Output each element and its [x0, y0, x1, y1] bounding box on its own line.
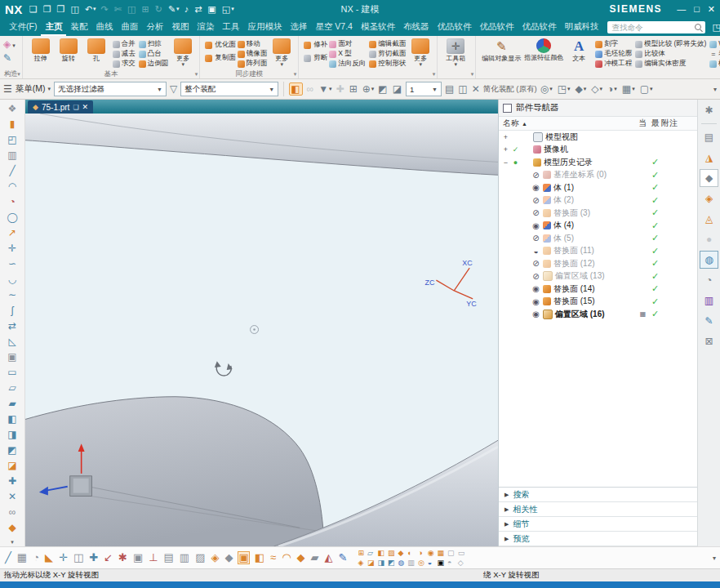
navigator-section-header[interactable]: ▶ 搜索 [499, 488, 697, 502]
ribbon-small-button[interactable]: 法向反向 [329, 59, 366, 69]
bottom-grid-icon[interactable]: ▦ [438, 548, 445, 558]
bottom-grid-icon[interactable]: ◎ [418, 558, 424, 568]
tab-close-icon[interactable]: ✕ [82, 103, 89, 111]
selection-tool-icon[interactable]: ◧ [289, 82, 302, 96]
ribbon-wide-button[interactable]: 优化面 [205, 40, 236, 50]
left-tool-icon[interactable]: ◡ [8, 271, 16, 287]
menu-tab[interactable]: 主页 [41, 19, 66, 36]
ribbon-small-button[interactable]: 编辑实体密度 [635, 59, 706, 69]
ribbon-big-button[interactable]: ✛ 工具箱 ▾ [442, 38, 469, 67]
ribbon-small-button[interactable]: 凸台 [139, 49, 169, 59]
left-tool-icon[interactable]: ▭ [7, 364, 16, 380]
navigator-row[interactable]: ⊘ 偏置区域 (13) ✓ [499, 270, 697, 283]
ribbon-group-label[interactable]: 构造 [0, 69, 22, 78]
navigator-row[interactable]: ⊘ 体 (2) ✓ [499, 194, 697, 207]
selection-tool-icon[interactable]: ⊞ [349, 82, 358, 96]
bottom-tool-icon[interactable]: ◆ [296, 551, 306, 564]
resource-tab-icon[interactable]: ▥ [700, 292, 718, 310]
bottom-tool-icon[interactable]: ◔ [32, 551, 40, 564]
tab-window-icon[interactable]: ❏ [73, 104, 78, 111]
bottom-tool-icon[interactable]: ▣ [238, 551, 249, 564]
left-tool-icon[interactable]: ◆ [8, 519, 16, 535]
ribbon-big-button[interactable]: 拉伸 [27, 38, 55, 62]
window-control-button[interactable]: ✕ [708, 4, 715, 15]
bottom-grid-icon[interactable]: ◒ [428, 558, 434, 568]
menu-button[interactable]: 菜单(M) [16, 83, 51, 95]
visibility-eye-icon[interactable]: ◉ [531, 310, 540, 318]
ribbon-small-button[interactable]: 编辑截面 [369, 39, 406, 49]
ribbon-wide-button[interactable]: 修补 [304, 40, 327, 50]
bottom-tool-icon[interactable]: ╱ [4, 551, 12, 564]
ribbon-small-button[interactable]: 模型比较 (即将失效) [635, 39, 706, 49]
ribbon-small-button[interactable]: 面对 [329, 39, 366, 49]
bottom-tool-icon[interactable]: ▨ [194, 551, 206, 564]
navigator-row[interactable]: ◉ 体 (1) ✓ [499, 181, 697, 194]
quick-access-icon[interactable]: ❐ [43, 4, 52, 15]
visibility-eye-icon[interactable]: ◉ [531, 183, 540, 192]
ribbon-group-label[interactable]: 同步建模 [200, 69, 298, 78]
left-tool-icon[interactable]: ◺ [8, 333, 16, 349]
column-note[interactable]: 附注 [661, 118, 697, 129]
ribbon-big-button[interactable]: 指派特征颜色 [522, 38, 565, 62]
visibility-eye-icon[interactable]: ⊘ [531, 208, 540, 217]
left-tool-icon[interactable]: ▮ [10, 116, 16, 131]
menu-tab[interactable]: 曲线 [91, 19, 117, 36]
menu-tab[interactable]: 优品软件 [518, 19, 560, 36]
ribbon-wide-button[interactable]: 复制面 [205, 53, 236, 63]
ribbon-small-button[interactable]: 合并 [113, 39, 136, 49]
toolbar-overflow-icon[interactable]: ▾ [713, 86, 717, 93]
ribbon-small-button[interactable]: 毛坯轮廓 [595, 49, 632, 59]
selection-tool-icon[interactable]: ∞ [307, 82, 315, 96]
bottom-tool-icon[interactable]: ◆ [224, 551, 233, 564]
navigator-row[interactable]: ◒ 替换面 (11) ✓ [499, 245, 697, 258]
quick-access-icon[interactable]: ▣ [207, 4, 216, 15]
column-latest[interactable]: 最 [649, 118, 661, 129]
left-tool-icon[interactable]: ⇄ [8, 318, 16, 333]
ribbon-wide-button[interactable]: 剪断 [304, 53, 327, 63]
ribbon-small-button[interactable]: = 表达式 [709, 49, 720, 59]
bottom-grid-icon[interactable]: ◑ [418, 548, 424, 558]
quick-access-icon[interactable]: ◫ [127, 4, 136, 15]
ribbon-small-button[interactable]: 镜像面 [238, 49, 268, 59]
menu-tab[interactable]: 装配 [66, 19, 91, 36]
navigator-row[interactable]: ◉ 偏置区域 (16) ▦ ✓ [499, 308, 697, 321]
selection-tool-icon[interactable]: ◩ [378, 82, 388, 96]
ribbon-small-button[interactable]: 求交 [113, 59, 136, 69]
left-tool-icon[interactable]: ▥ [7, 147, 16, 163]
resource-tab-icon[interactable]: ▤ [700, 128, 718, 146]
column-current[interactable]: 当 [637, 118, 649, 129]
left-tool-icon[interactable]: ↗ [8, 225, 16, 240]
left-tool-icon[interactable]: ◧ [7, 411, 16, 426]
navigator-row[interactable]: ⊘ 基准坐标系 (0) ✓ [499, 169, 697, 182]
left-tool-icon[interactable]: ◯ [7, 209, 17, 225]
visibility-eye-icon[interactable]: ⊘ [531, 171, 540, 180]
ribbon-big-button[interactable]: ✎ 编辑对象显示 [480, 38, 522, 62]
resource-tab-icon[interactable]: ◬ [700, 210, 718, 228]
quick-access-icon[interactable]: ↷ [101, 4, 109, 15]
bottom-toolbar-overflow-icon[interactable]: ▾ [713, 555, 716, 562]
menu-tab[interactable]: 分析 [142, 19, 167, 36]
view-tool-icon[interactable]: ◎▾ [540, 83, 553, 95]
selection-tool-icon[interactable]: ✚ [336, 82, 345, 96]
filter-funnel-icon[interactable]: ▽ [170, 83, 177, 95]
left-tool-icon[interactable]: ◰ [7, 131, 16, 147]
view-tool-icon[interactable]: ◇▾ [591, 83, 602, 95]
ribbon-small-button[interactable]: WAVE 几何链接器 [709, 39, 720, 49]
navigator-row[interactable]: + 模型视图 [499, 131, 697, 144]
bottom-grid-icon[interactable]: ◍ [398, 558, 405, 568]
left-tool-icon[interactable]: ʃ [11, 302, 14, 318]
quick-access-icon[interactable]: ◱ [222, 4, 234, 15]
bottom-grid-icon[interactable]: ◧ [377, 548, 384, 558]
expand-toggle-icon[interactable]: + [502, 133, 509, 141]
bottom-grid-icon[interactable]: ◐ [407, 548, 415, 558]
menu-tab[interactable]: 布线器 [399, 19, 433, 36]
ribbon-small-button[interactable]: 样条 (即将失效) [709, 59, 720, 69]
resource-tab-icon[interactable]: ◮ [700, 149, 718, 167]
view-tool-icon[interactable]: ▢▾ [640, 83, 653, 95]
bottom-grid-icon[interactable]: ◆ [398, 548, 405, 558]
ribbon-small-button[interactable]: 比较体 [635, 49, 706, 59]
left-tool-icon[interactable]: ✛ [8, 240, 16, 256]
bottom-grid-icon[interactable]: ◪ [367, 558, 375, 568]
layer-tool-icon[interactable]: ◫ [458, 83, 467, 95]
bottom-tool-icon[interactable]: ✎ [338, 551, 349, 564]
